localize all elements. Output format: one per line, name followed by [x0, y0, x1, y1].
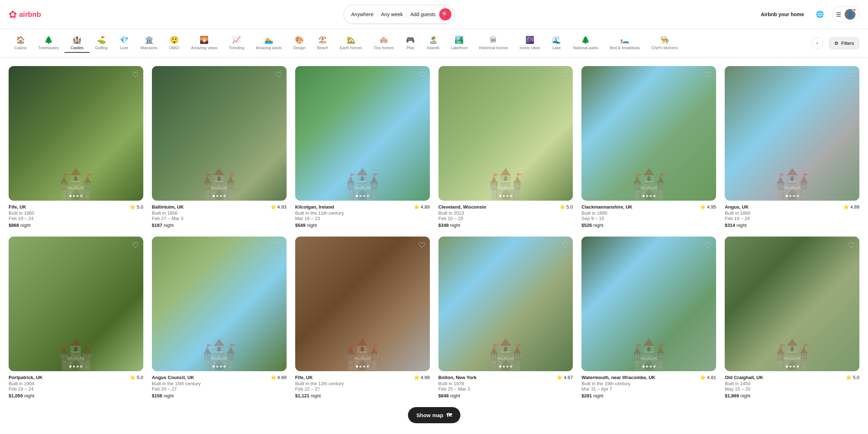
filter-icon: ⚙: [834, 41, 839, 46]
listing-image: 🏰 ♡: [9, 237, 143, 371]
user-menu[interactable]: ☰ 👤 1: [832, 6, 859, 22]
wishlist-button[interactable]: ♡: [561, 241, 568, 250]
wishlist-button[interactable]: ♡: [275, 241, 282, 250]
listing-title-row: Bolton, New York ⭐ 4.67: [438, 375, 573, 380]
listing-location: Ballintuim, UK: [152, 204, 184, 210]
listing-subtitle: Built in 1904: [9, 381, 143, 386]
category-item-play[interactable]: 🎮 Play: [400, 33, 421, 53]
listing-card[interactable]: 🏰 ♡ Cleveland, Wisconsin ⭐ 5.0 Built in …: [438, 66, 573, 228]
category-item-golfing[interactable]: ⛳ Golfing: [89, 33, 113, 53]
category-item-trending[interactable]: 📈 Trending: [223, 33, 250, 53]
category-item-iconic-cities[interactable]: 🌆 Iconic cities: [514, 33, 546, 53]
price-per-night: night: [593, 393, 603, 398]
listing-card[interactable]: 🏰 ♡ Fife, UK ⭐ 4.99 Built in the 12th ce…: [295, 237, 430, 398]
language-button[interactable]: 🌐: [813, 8, 826, 21]
category-item-design[interactable]: 🎨 Design: [287, 33, 311, 53]
wishlist-button[interactable]: ♡: [561, 70, 568, 80]
listing-card[interactable]: 🏰 ♡ Portpatrick, UK ⭐ 5.0 Built in 1904 …: [9, 237, 143, 398]
category-item-cabins[interactable]: 🏠 Cabins: [9, 33, 32, 53]
listing-price: $156 night: [152, 393, 287, 398]
listing-info: Angus Council, UK ⭐ 4.89 Built in the 15…: [152, 371, 287, 398]
listing-dates: Feb 22 – 27: [295, 386, 430, 392]
category-item-amazing-pools[interactable]: 🏊 Amazing pools: [250, 33, 287, 53]
search-button[interactable]: 🔍: [439, 8, 451, 20]
category-item-lakefront[interactable]: 🏞️ Lakefront: [445, 33, 473, 53]
wishlist-button[interactable]: ♡: [418, 241, 426, 250]
listing-card[interactable]: 🏰 ♡ Old Craighall, UK ⭐ 5.0 Built in 145…: [725, 237, 859, 398]
wishlist-button[interactable]: ♡: [848, 70, 855, 80]
wishlist-button[interactable]: ♡: [418, 70, 426, 80]
category-item-luxe[interactable]: 💎 Luxe: [113, 33, 135, 53]
listing-title-row: Angus Council, UK ⭐ 4.89: [152, 375, 287, 380]
airbnb-your-home-link[interactable]: Airbnb your home: [757, 8, 808, 21]
category-nav-arrow[interactable]: ›: [812, 37, 823, 49]
listing-rating: ⭐ 5.0: [846, 375, 859, 380]
wishlist-button[interactable]: ♡: [705, 70, 712, 80]
category-item-treehouses[interactable]: 🌲 Treehouses: [32, 33, 65, 53]
category-label-castles: Castles: [70, 46, 84, 50]
category-icon-historical-homes: 🏛: [490, 36, 497, 44]
category-icon-lakefront: 🏞️: [455, 36, 464, 44]
category-label-lakefront: Lakefront: [451, 46, 468, 50]
search-guests[interactable]: Add guests: [410, 11, 436, 17]
filters-button[interactable]: ⚙ Filters: [829, 37, 859, 49]
listing-dates: Feb 20 – 27: [152, 386, 287, 392]
category-item-islands[interactable]: 🏝️ Islands: [421, 33, 445, 53]
listing-info: Watermouth, near Ilfracombe, UK ⭐ 4.81 B…: [581, 371, 716, 398]
wishlist-button[interactable]: ♡: [132, 241, 139, 250]
category-item-earth-homes[interactable]: 🏡 Earth homes: [334, 33, 368, 53]
listing-card[interactable]: 🏰 ♡ Angus Council, UK ⭐ 4.89 Built in th…: [152, 237, 287, 398]
category-item-mansions[interactable]: 🏛️ Mansions: [135, 33, 163, 53]
listing-location: Angus, UK: [725, 204, 748, 210]
image-dots: [786, 195, 799, 197]
category-item-lake[interactable]: 🌊 Lake: [546, 33, 567, 53]
wishlist-button[interactable]: ♡: [848, 241, 855, 250]
category-item-bed-breakfasts[interactable]: 🛏️ Bed & breakfasts: [604, 33, 646, 53]
category-icon-chefs-kitchens: 👨‍🍳: [660, 36, 669, 44]
listing-price: $1,055 night: [9, 393, 143, 398]
category-item-tiny-homes[interactable]: 🏘️ Tiny homes: [368, 33, 399, 53]
search-divider-2: [407, 11, 407, 18]
wishlist-button[interactable]: ♡: [132, 70, 139, 80]
listing-card[interactable]: 🏰 ♡ Kilcolgan, Ireland ⭐ 4.89 Built in t…: [295, 66, 430, 228]
search-dates[interactable]: Any week: [381, 11, 403, 17]
category-item-omg[interactable]: 😲 OMG!: [163, 33, 185, 53]
listing-card[interactable]: 🏰 ♡ Watermouth, near Ilfracombe, UK ⭐ 4.…: [581, 237, 716, 398]
category-item-beach[interactable]: 🏖️ Beach: [311, 33, 334, 53]
category-item-chefs-kitchens[interactable]: 👨‍🍳 Chef's kitchens: [646, 33, 684, 53]
listing-title-row: Kilcolgan, Ireland ⭐ 4.89: [295, 204, 430, 210]
search-location[interactable]: Anywhere: [351, 11, 373, 17]
category-icon-mansions: 🏛️: [145, 36, 154, 44]
category-item-national-parks[interactable]: 🌲 National parks: [567, 33, 604, 53]
search-bar[interactable]: Anywhere Any week Add guests 🔍: [344, 5, 455, 24]
listing-info: Ballintuim, UK ⭐ 4.93 Built in 1856 Feb …: [152, 201, 287, 228]
listing-info: Bolton, New York ⭐ 4.67 Built in 1978 Fe…: [438, 371, 573, 398]
listing-info: Fife, UK ⭐ 4.99 Built in the 12th centur…: [295, 371, 430, 398]
category-item-historical-homes[interactable]: 🏛 Historical homes: [473, 34, 514, 53]
listing-card[interactable]: 🏰 ♡ Fife, UK ⭐ 5.0 Built in 1860 Feb 19 …: [9, 66, 143, 228]
category-icon-earth-homes: 🏡: [347, 36, 356, 44]
image-dots: [69, 195, 82, 197]
listing-dates: Feb 27 – Mar 5: [152, 216, 287, 221]
listing-title-row: Old Craighall, UK ⭐ 5.0: [725, 375, 859, 380]
category-item-amazing-views[interactable]: 🌄 Amazing views: [185, 33, 223, 53]
listing-price: $549 night: [295, 223, 430, 228]
category-item-castles[interactable]: 🏰 Castles: [65, 33, 89, 53]
category-label-golfing: Golfing: [95, 46, 108, 50]
listing-card[interactable]: 🏰 ♡ Angus, UK ⭐ 4.89 Built in 1860 Feb 1…: [725, 66, 859, 228]
category-icon-tiny-homes: 🏘️: [379, 36, 388, 44]
listing-card[interactable]: 🏰 ♡ Clackmannanshire, UK ⭐ 4.95 Built in…: [581, 66, 716, 228]
listing-dates: Sep 9 – 15: [581, 216, 716, 221]
header-right: Airbnb your home 🌐 ☰ 👤 1: [757, 6, 859, 22]
listing-image: 🏰 ♡: [725, 66, 859, 201]
listing-price: $868 night: [9, 223, 143, 228]
airbnb-logo[interactable]: ✿ airbnb: [9, 9, 41, 20]
listing-card[interactable]: 🏰 ♡ Ballintuim, UK ⭐ 4.93 Built in 1856 …: [152, 66, 287, 228]
listing-card[interactable]: 🏰 ♡ Bolton, New York ⭐ 4.67 Built in 197…: [438, 237, 573, 398]
category-label-amazing-pools: Amazing pools: [256, 46, 282, 50]
wishlist-button[interactable]: ♡: [705, 241, 712, 250]
price-per-night: night: [163, 393, 173, 398]
main-content: 🏰 ♡ Fife, UK ⭐ 5.0 Built in 1860 Feb 19 …: [0, 57, 868, 407]
wishlist-button[interactable]: ♡: [275, 70, 282, 80]
listing-rating: ⭐ 4.89: [843, 204, 859, 210]
